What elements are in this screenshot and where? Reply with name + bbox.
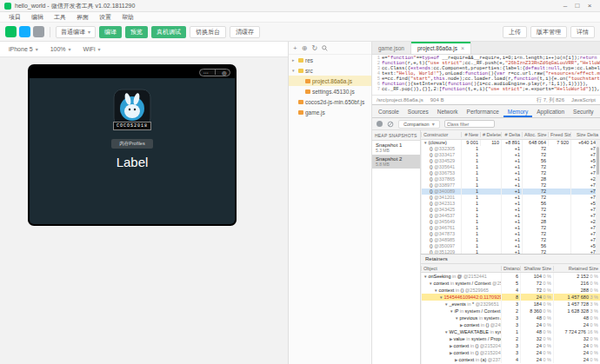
constructor-row[interactable]: () @3456491+128+28: [421, 219, 600, 225]
toolbar-button[interactable]: 编译: [99, 26, 122, 38]
constructor-row[interactable]: () @3467611+172+72: [421, 225, 600, 231]
column-header[interactable]: # New: [461, 132, 480, 137]
toolbar-button[interactable]: 真机调试: [151, 26, 186, 38]
constructor-row[interactable]: () @3367531+172+72: [421, 170, 600, 176]
constructor-row[interactable]: () @3434251+172+72: [421, 207, 600, 213]
scene-start-button[interactable]: 内存Profiles: [111, 139, 152, 149]
view-mode-select[interactable]: Comparison ▾: [398, 120, 440, 129]
simulator-panel: iPhone 5 ▾ 100% ▾ WiFi ▾ ⋯: [0, 42, 289, 364]
distance-cell: 5: [501, 280, 520, 287]
menu-item[interactable]: 项目: [3, 13, 26, 22]
menu-item[interactable]: 帮助: [117, 13, 139, 22]
menu-item[interactable]: 编辑: [26, 13, 49, 22]
wechat-capsule[interactable]: ⋯ ◎: [199, 69, 230, 76]
new-file-icon[interactable]: +: [293, 44, 297, 52]
constructor-row[interactable]: () @3323051+172+72: [421, 146, 600, 152]
file-tree-item[interactable]: settings.45130.js: [289, 86, 371, 96]
column-header[interactable]: Object: [421, 266, 501, 271]
panel-toggle-button[interactable]: [19, 26, 30, 37]
constructor-row[interactable]: () @3478731+172+72: [421, 231, 600, 237]
column-header[interactable]: Shallow Size: [520, 266, 553, 271]
toolbar-button[interactable]: 清缓存: [230, 26, 260, 38]
constructor-row[interactable]: () @3423131+156+56: [421, 201, 600, 207]
constructor-row[interactable]: () @3389771+172+72: [421, 182, 600, 189]
retainer-row[interactable]: ▶context in (a) @2371807424 0 %24 0 %: [421, 356, 600, 363]
file-tree-toolbar: + ⊕ ↻: [289, 42, 371, 55]
network-select[interactable]: WiFi ▾: [83, 46, 101, 52]
column-header[interactable]: # Deleted: [480, 132, 501, 137]
maximize-button[interactable]: □: [571, 2, 583, 10]
editor-tab[interactable]: game.json: [372, 42, 411, 54]
constructor-row[interactable]: ▼(closure)9 001110+8 891648 0647 920+640…: [421, 140, 600, 146]
search-icon[interactable]: [322, 45, 328, 51]
menu-item[interactable]: 工具: [49, 13, 71, 22]
editor-tab[interactable]: project.86a6a.js×: [411, 42, 471, 54]
toolbar-button[interactable]: 切换后台: [190, 26, 226, 38]
devtools-tab-performance[interactable]: Performance: [463, 105, 503, 117]
record-snapshot-icon[interactable]: [377, 121, 383, 127]
column-header[interactable]: Freed Size: [548, 132, 570, 137]
minimize-button[interactable]: –: [559, 2, 571, 10]
clear-icon[interactable]: [387, 121, 394, 128]
constructor-row[interactable]: () @3489851+172+72: [421, 237, 600, 243]
column-header[interactable]: Size Delta: [570, 132, 600, 137]
compile-mode-select[interactable]: 普通编译 ▾: [56, 26, 96, 38]
row-name: () @345649: [421, 219, 461, 225]
devtools-tab-memory[interactable]: Memory: [503, 105, 532, 117]
constructor-row[interactable]: () @3445371+172+72: [421, 213, 600, 219]
menu-item[interactable]: 界面: [71, 13, 94, 22]
exit-icon[interactable]: ◎: [222, 69, 226, 76]
devtools-tab-console[interactable]: Console: [374, 105, 403, 117]
constructor-row[interactable]: () @3500971+156+56: [421, 243, 600, 249]
details-button[interactable]: 详情: [570, 26, 595, 38]
language-mode[interactable]: JavaScript: [571, 97, 596, 103]
heap-snapshot-item[interactable]: Snapshot 15.3 MB: [372, 141, 420, 155]
tab-close-icon[interactable]: ×: [461, 45, 464, 51]
constructor-row[interactable]: () @3334171+172+72: [421, 152, 600, 158]
main-toolbar: 普通编译 ▾ 编译预览真机调试切换后台清缓存 上传版本管理详情: [0, 23, 600, 42]
heap-snapshot-item[interactable]: Snapshot 25.8 MB: [372, 155, 420, 169]
code-editor[interactable]: 1234567 e="function"==typeof __require&&…: [372, 55, 600, 95]
new-folder-icon[interactable]: ⊕: [302, 44, 308, 52]
file-tree-item[interactable]: ▸res: [289, 55, 371, 65]
column-header[interactable]: Retained Size: [553, 266, 600, 271]
constructor-row[interactable]: () @3400891+172+72: [421, 189, 600, 195]
devtools-tab-network[interactable]: Network: [433, 105, 463, 117]
cursor-position[interactable]: 行 7, 列 826: [537, 96, 564, 104]
devtools-tab-sources[interactable]: Sources: [403, 105, 433, 117]
device-select[interactable]: iPhone 5 ▾: [9, 46, 38, 52]
file-tree-item[interactable]: project.86a6a.js: [289, 76, 371, 86]
retained-size-cell: 288 0 %: [553, 287, 600, 294]
file-tree-item[interactable]: game.js: [289, 107, 371, 117]
version-control-button[interactable]: 版本管理: [530, 26, 567, 38]
column-header[interactable]: Distance: [501, 266, 520, 271]
column-header[interactable]: Alloc. Size: [522, 132, 548, 137]
zoom-select[interactable]: 100% ▾: [50, 46, 71, 52]
class-filter-input[interactable]: [444, 120, 495, 128]
vertical-scrollbar[interactable]: [596, 140, 600, 254]
more-icon[interactable]: ⋯: [203, 69, 209, 76]
panel-toggle-button[interactable]: [33, 26, 44, 37]
column-header[interactable]: # Delta: [501, 132, 522, 137]
refresh-icon[interactable]: ↻: [311, 44, 317, 52]
retained-size-cell: 1 457 728 3 %: [553, 301, 600, 308]
devtools-tab-application[interactable]: Application: [532, 105, 569, 117]
constructor-row[interactable]: () @3356411+172+72: [421, 164, 600, 170]
constructor-row[interactable]: () @3412011+172+72: [421, 195, 600, 201]
constructor-row[interactable]: () @3378651+128+28: [421, 176, 600, 182]
cell: 72: [522, 152, 548, 158]
scrollbar-thumb[interactable]: [597, 147, 599, 175]
file-tree-item[interactable]: ▾src: [289, 65, 371, 76]
close-button[interactable]: ×: [583, 2, 596, 10]
constructor-row[interactable]: () @3512091+172+72: [421, 249, 600, 254]
column-header[interactable]: Constructor: [421, 132, 461, 137]
menu-item[interactable]: 设置: [94, 13, 117, 22]
cell: +1: [501, 237, 522, 243]
devtools-tab-security[interactable]: Security: [569, 105, 597, 117]
file-tree-item[interactable]: cocos2d-js-min.650bf.js: [289, 96, 371, 107]
upload-button[interactable]: 上传: [503, 26, 527, 38]
constructor-row[interactable]: () @3345291+156+56: [421, 158, 600, 164]
app-logo-icon: [4, 3, 11, 10]
toolbar-button[interactable]: 预览: [125, 26, 148, 38]
panel-toggle-button[interactable]: [5, 26, 17, 37]
